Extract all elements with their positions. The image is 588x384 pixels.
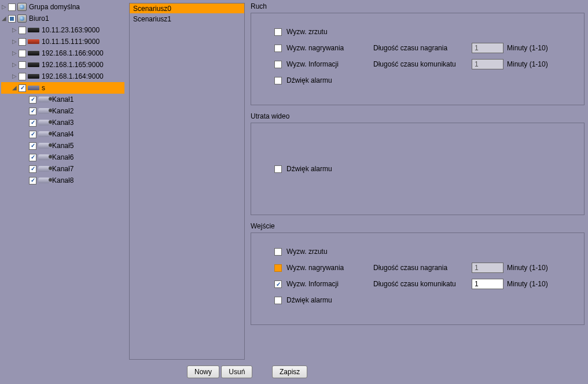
checkbox[interactable]: [19, 50, 26, 57]
tree-node-channel[interactable]: Kanał6: [1, 152, 124, 163]
group-icon: [17, 14, 27, 23]
unit-label: Minuty (1-10): [507, 44, 548, 52]
checkbox[interactable]: [19, 38, 26, 46]
tree-node-default-group[interactable]: ▷ Grupa domyślna: [1, 1, 124, 13]
tree-node-device[interactable]: ▷ 192.168.1.164:9000: [1, 71, 124, 82]
tree-node-channel[interactable]: Kanał7: [1, 163, 124, 175]
tree-node-channel[interactable]: Kanał5: [1, 140, 124, 152]
checkbox-alarm[interactable]: [274, 297, 282, 304]
tree-label: Kanał6: [52, 152, 74, 163]
tree-node-biuro1[interactable]: ◢ Biuro1: [1, 13, 124, 24]
scenario-item-1[interactable]: Scenariusz1: [130, 14, 244, 24]
checkbox[interactable]: [19, 84, 26, 92]
checkbox-info[interactable]: [274, 61, 282, 68]
checkbox-snapshot[interactable]: [274, 248, 282, 256]
tree-label: s: [42, 82, 45, 94]
checkbox[interactable]: [29, 177, 36, 184]
tree-label: Kanał5: [52, 140, 74, 152]
group-title: Ruch: [251, 2, 585, 10]
row-record: Wyzw. nagrywania Długość czasu nagrania …: [274, 260, 567, 276]
unit-label: Minuty (1-10): [507, 264, 548, 272]
checkbox-alarm[interactable]: [274, 165, 282, 173]
expand-arrow-icon[interactable]: ▷: [12, 71, 17, 82]
nvr-icon: [28, 74, 39, 79]
checkbox[interactable]: [8, 3, 16, 11]
row-snapshot: Wyzw. zrzutu: [274, 24, 567, 40]
tree-node-channel[interactable]: Kanał2: [1, 105, 124, 117]
tree-node-device[interactable]: ▷ 192.168.1.165:9000: [1, 59, 124, 71]
checkbox[interactable]: [29, 108, 36, 115]
expand-arrow-icon[interactable]: ▷: [12, 47, 17, 59]
message-length-input[interactable]: [472, 59, 504, 69]
label: Dźwięk alarmu: [286, 76, 373, 84]
scenario-item-0[interactable]: Scenariusz0: [130, 3, 244, 14]
checkbox[interactable]: [29, 119, 36, 127]
group-icon: [17, 3, 27, 11]
checkbox-snapshot[interactable]: [274, 28, 282, 36]
tree-node-channel[interactable]: Kanał4: [1, 128, 124, 140]
record-length-input[interactable]: [472, 43, 504, 53]
group-videoloss: Utrata wideo Dźwięk alarmu: [251, 112, 585, 215]
checkbox[interactable]: [19, 73, 26, 80]
tree-node-channel[interactable]: Kanał3: [1, 117, 124, 128]
label: Wyzw. nagrywania: [286, 264, 373, 272]
group-input: Wejście Wyzw. zrzutu Wyzw. nagrywania Dł…: [251, 222, 585, 325]
tree-label: 192.168.1.164:9000: [42, 71, 104, 82]
checkbox-record[interactable]: [274, 264, 282, 272]
group-motion: Ruch Wyzw. zrzutu Wyzw. nagrywania Długo…: [251, 2, 585, 105]
label: Wyzw. zrzutu: [286, 28, 373, 36]
checkbox[interactable]: [29, 131, 36, 138]
checkbox-info[interactable]: [274, 280, 282, 288]
save-button[interactable]: Zapisz: [272, 365, 307, 378]
checkbox[interactable]: [19, 27, 26, 34]
tree-label: Kanał3: [52, 117, 74, 128]
tree-label: Kanał2: [52, 105, 74, 117]
row-record: Wyzw. nagrywania Długość czasu nagrania …: [274, 40, 567, 56]
checkbox[interactable]: [8, 15, 16, 23]
nvr-icon: [28, 62, 39, 67]
camera-icon: [38, 108, 50, 114]
tree-node-device[interactable]: ▷ 10.11.23.163:9000: [1, 24, 124, 36]
message-length-input[interactable]: [472, 279, 504, 289]
camera-icon: [38, 97, 50, 102]
row-info: Wyzw. Informacji Długość czasu komunikat…: [274, 56, 567, 72]
tree-node-device[interactable]: ▷ 192.168.1.166:9000: [1, 47, 124, 59]
tree-node-device[interactable]: ▷ 10.11.15.111:9000: [1, 36, 124, 47]
tree-label: Kanał1: [52, 94, 74, 105]
checkbox[interactable]: [19, 61, 26, 69]
row-alarm: Dźwięk alarmu: [274, 292, 567, 308]
checkbox[interactable]: [29, 154, 36, 161]
nvr-icon: [28, 51, 39, 56]
group-title: Utrata wideo: [251, 112, 585, 120]
label: Długość czasu nagrania: [373, 44, 472, 52]
device-icon: [28, 86, 39, 90]
label: Wyzw. nagrywania: [286, 44, 373, 52]
label: Długość czasu komunikatu: [373, 60, 472, 68]
nvr-icon: [28, 39, 39, 44]
row-alarm: Dźwięk alarmu: [274, 161, 373, 177]
expand-arrow-icon[interactable]: ◢: [1, 13, 7, 24]
checkbox[interactable]: [29, 142, 36, 150]
row-info: Wyzw. Informacji Długość czasu komunikat…: [274, 276, 567, 292]
new-button[interactable]: Nowy: [187, 365, 219, 378]
checkbox[interactable]: [29, 96, 36, 104]
expand-arrow-icon[interactable]: ▷: [12, 36, 17, 47]
camera-icon: [38, 154, 50, 160]
delete-button[interactable]: Usuń: [221, 365, 252, 378]
expand-arrow-icon[interactable]: ▷: [1, 1, 7, 13]
record-length-input[interactable]: [472, 263, 504, 273]
tree-node-channel[interactable]: Kanał1: [1, 94, 124, 105]
tree-node-s[interactable]: ◢ s: [1, 82, 124, 94]
checkbox-record[interactable]: [274, 45, 282, 52]
expand-arrow-icon[interactable]: ▷: [12, 59, 17, 71]
checkbox[interactable]: [29, 165, 36, 173]
label: Wyzw. zrzutu: [286, 248, 373, 256]
tree-label: 192.168.1.165:9000: [42, 59, 104, 71]
expand-arrow-icon[interactable]: ▷: [12, 24, 17, 36]
tree-node-channel[interactable]: Kanał8: [1, 175, 124, 186]
group-title: Wejście: [251, 222, 585, 230]
checkbox-alarm[interactable]: [274, 77, 282, 84]
tree-label: Kanał4: [52, 128, 74, 140]
row-snapshot: Wyzw. zrzutu: [274, 243, 567, 260]
expand-arrow-icon[interactable]: ◢: [12, 82, 17, 94]
